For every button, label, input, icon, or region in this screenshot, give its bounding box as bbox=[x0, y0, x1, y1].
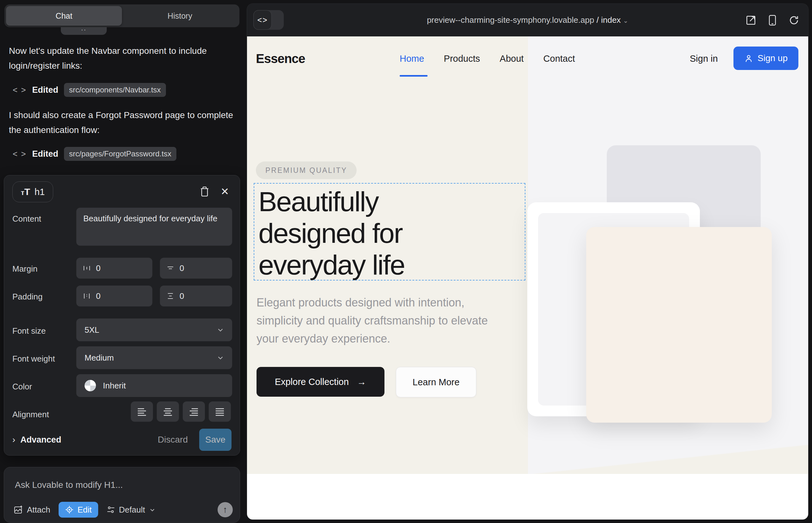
nav-link-about[interactable]: About bbox=[500, 54, 524, 64]
typography-icon: тT bbox=[21, 186, 30, 197]
content-label: Content bbox=[12, 214, 41, 224]
color-select[interactable]: Inherit bbox=[76, 374, 232, 397]
target-icon bbox=[65, 505, 74, 514]
code-icon: < > bbox=[13, 85, 27, 95]
nav-link-contact[interactable]: Contact bbox=[544, 54, 575, 64]
code-icon: <> bbox=[253, 10, 272, 30]
padding-x-input[interactable]: 0 bbox=[76, 286, 152, 306]
site-preview: Essence Home Products About Contact Sign… bbox=[247, 36, 808, 520]
browser-chrome: <> preview--charming-site-symphony.lovab… bbox=[247, 4, 808, 36]
padding-vertical-icon bbox=[166, 292, 175, 300]
hero-paragraph: Elegant products designed with intention… bbox=[257, 293, 497, 348]
default-model-select[interactable]: Default bbox=[106, 505, 156, 515]
content-input[interactable]: Beautifully designed for everyday life bbox=[76, 208, 232, 246]
chevron-right-icon: › bbox=[12, 435, 15, 445]
padding-horizontal-icon bbox=[83, 292, 91, 300]
close-panel-button[interactable]: ✕ bbox=[217, 184, 232, 199]
element-editor-panel: тT h1 ✕ Content Beautifully designed for… bbox=[4, 175, 240, 455]
file-chip[interactable]: src/components/Navbar.tsx bbox=[64, 83, 166, 97]
margin-label: Margin bbox=[12, 264, 37, 274]
element-tag-badge[interactable]: тT h1 bbox=[12, 181, 53, 202]
chevron-down-icon bbox=[217, 326, 224, 333]
send-button[interactable]: ↑ bbox=[217, 502, 233, 517]
explore-collection-button[interactable]: Explore Collection → bbox=[257, 367, 385, 397]
attach-button[interactable]: Attach bbox=[14, 505, 50, 515]
padding-label: Padding bbox=[12, 292, 42, 302]
edited-file-row[interactable]: < > Edited src/components/Navbar.tsx bbox=[13, 83, 166, 97]
sliders-icon bbox=[106, 505, 115, 514]
mobile-view-button[interactable] bbox=[768, 15, 777, 26]
edit-mode-button[interactable]: Edit bbox=[58, 502, 98, 518]
margin-horizontal-icon bbox=[83, 264, 91, 272]
chat-input-field[interactable]: Ask Lovable to modify H1... bbox=[15, 480, 123, 490]
url-bar[interactable]: preview--charming-site-symphony.lovable.… bbox=[247, 15, 808, 25]
chat-message: Now let's update the Navbar component to… bbox=[9, 43, 234, 73]
save-button[interactable]: Save bbox=[199, 429, 231, 451]
preview-window: <> preview--charming-site-symphony.lovab… bbox=[247, 4, 808, 520]
margin-x-input[interactable]: 0 bbox=[76, 258, 152, 278]
alignment-group bbox=[131, 401, 231, 422]
arrow-right-icon: → bbox=[357, 377, 366, 387]
sign-in-link[interactable]: Sign in bbox=[690, 54, 718, 64]
align-right-button[interactable] bbox=[183, 401, 205, 422]
chevron-down-icon bbox=[217, 354, 224, 361]
chat-message: I should also create a Forgot Password p… bbox=[9, 108, 234, 138]
premium-badge: PREMIUM QUALITY bbox=[256, 161, 357, 179]
close-icon: ✕ bbox=[221, 185, 229, 198]
element-tag-name: h1 bbox=[35, 187, 45, 197]
edited-label: Edited bbox=[32, 149, 58, 159]
learn-more-button[interactable]: Learn More bbox=[396, 367, 476, 397]
refresh-button[interactable] bbox=[789, 15, 799, 26]
align-justify-button[interactable] bbox=[209, 401, 231, 422]
margin-y-input[interactable]: 0 bbox=[160, 258, 232, 278]
clipped-chip: ·· bbox=[61, 27, 107, 35]
alignment-label: Alignment bbox=[12, 410, 49, 419]
padding-y-input[interactable]: 0 bbox=[160, 286, 232, 306]
align-left-button[interactable] bbox=[131, 401, 153, 422]
font-size-label: Font size bbox=[12, 326, 46, 336]
chevron-down-icon bbox=[149, 506, 156, 513]
color-label: Color bbox=[12, 382, 32, 392]
edited-label: Edited bbox=[32, 85, 58, 95]
attach-image-icon bbox=[14, 505, 23, 515]
sign-up-button[interactable]: Sign up bbox=[734, 47, 798, 70]
tab-history[interactable]: History bbox=[122, 6, 238, 26]
active-underline bbox=[400, 75, 427, 77]
open-in-new-tab-button[interactable] bbox=[745, 15, 756, 26]
chat-input-card: Ask Lovable to modify H1... Attach Edit … bbox=[4, 467, 240, 523]
nav-link-products[interactable]: Products bbox=[444, 54, 480, 64]
nav-link-home[interactable]: Home bbox=[400, 54, 424, 64]
delete-element-button[interactable] bbox=[197, 184, 212, 199]
chat-sidebar: Chat History ·· Now let's update the Nav… bbox=[0, 0, 247, 523]
trash-icon bbox=[199, 186, 210, 197]
site-navbar: Essence Home Products About Contact Sign… bbox=[247, 36, 808, 84]
advanced-toggle[interactable]: Advanced bbox=[20, 435, 61, 445]
site-logo[interactable]: Essence bbox=[256, 52, 305, 66]
code-preview-toggle[interactable]: <> bbox=[253, 10, 284, 30]
file-chip[interactable]: src/pages/ForgotPassword.tsx bbox=[64, 147, 176, 161]
edited-file-row[interactable]: < > Edited src/pages/ForgotPassword.tsx bbox=[13, 147, 176, 161]
hero-heading[interactable]: Beautifully designed for everyday life bbox=[259, 186, 477, 281]
arrow-up-icon: ↑ bbox=[223, 505, 227, 515]
font-weight-label: Font weight bbox=[12, 354, 55, 364]
align-center-button[interactable] bbox=[157, 401, 179, 422]
chat-history-tabs: Chat History bbox=[4, 4, 240, 27]
chevron-down-icon: ⌄ bbox=[623, 17, 628, 24]
font-weight-select[interactable]: Medium bbox=[76, 346, 232, 369]
code-icon: < > bbox=[13, 149, 27, 159]
advanced-row: › Advanced Discard Save bbox=[12, 429, 231, 451]
tab-chat[interactable]: Chat bbox=[6, 6, 122, 26]
font-size-select[interactable]: 5XL bbox=[76, 319, 232, 341]
decorative-card-cream bbox=[586, 227, 772, 422]
color-swatch-icon bbox=[85, 380, 96, 391]
discard-button[interactable]: Discard bbox=[158, 435, 188, 445]
user-icon bbox=[744, 54, 753, 63]
margin-vertical-icon bbox=[166, 264, 175, 272]
